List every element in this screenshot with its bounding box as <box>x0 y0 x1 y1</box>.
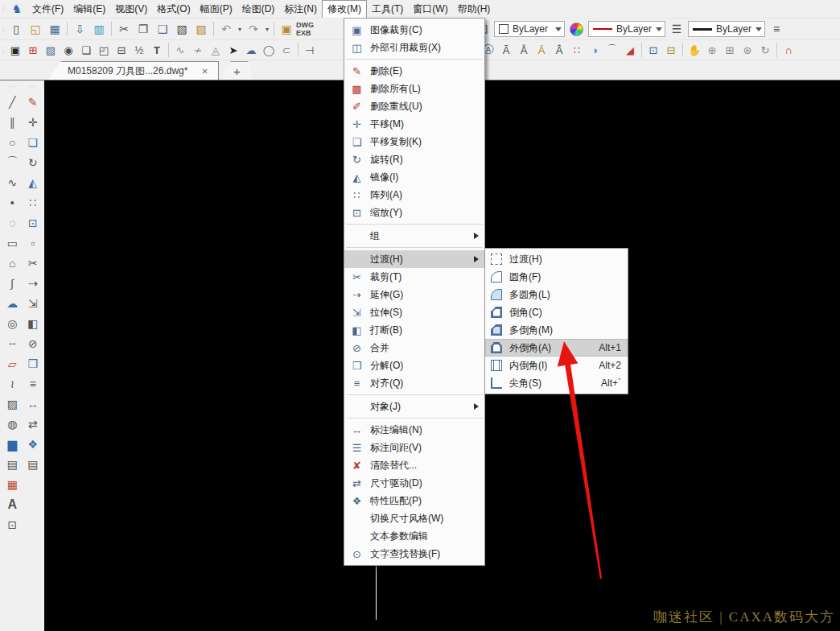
select-filter-icon[interactable]: ▨ <box>42 41 60 59</box>
new-sheet-icon[interactable]: ▤ <box>3 454 22 474</box>
zoom-frame-icon[interactable]: ❏ <box>77 41 95 59</box>
menu-item-xref-crop[interactable]: ◫ 外部引用裁剪(X) <box>344 39 484 56</box>
pan-hand-icon[interactable]: ✋ <box>686 41 703 59</box>
ellipse-tool-icon[interactable]: ◌ <box>3 212 22 233</box>
menu-file[interactable]: 文件(F) <box>27 0 68 18</box>
menu-item-move-copy[interactable]: ❏ 平移复制(K) <box>344 133 484 151</box>
menu-tools[interactable]: 工具(T) <box>367 0 408 18</box>
close-icon[interactable]: × <box>199 65 210 77</box>
array-tool-icon[interactable]: ∷ <box>23 192 42 212</box>
redo-dropdown-icon[interactable]: ▾ <box>263 20 271 38</box>
menu-item-stretch[interactable]: ⇲ 拉伸(S) <box>344 303 484 321</box>
parallel-line-icon[interactable]: ∥ <box>3 112 22 132</box>
linetype-manager-icon[interactable]: ☰ <box>667 20 686 38</box>
menu-item-rotate[interactable]: ↻ 旋转(R) <box>344 151 484 168</box>
trim-tool-icon[interactable]: ✂ <box>23 253 42 273</box>
scale-tool-icon[interactable]: ⊡ <box>23 212 42 233</box>
menu-item-text-param-edit[interactable]: 文本参数编辑 <box>344 527 484 545</box>
menu-draw[interactable]: 绘图(D) <box>237 0 280 18</box>
circle-3p-tool-icon[interactable]: ◎ <box>3 313 22 333</box>
menu-item-switch-dim-style[interactable]: 切换尺寸风格(W) <box>344 509 484 527</box>
move-tool-icon[interactable]: ✛ <box>23 112 42 132</box>
menu-view[interactable]: 视图(V) <box>110 0 152 18</box>
table-insert-icon[interactable]: ▦ <box>3 474 22 494</box>
break-tool-icon[interactable]: ◧ <box>23 313 42 333</box>
new-tab-button[interactable]: + <box>220 61 253 80</box>
line-tool-icon[interactable]: ╱ <box>3 92 22 112</box>
menu-item-erase-all[interactable]: ▩ 删除所有(L) <box>344 80 484 97</box>
hatch-tool-icon[interactable]: ▨ <box>3 394 22 414</box>
polygon-tool-icon[interactable]: ⌂ <box>3 253 22 273</box>
toolbar-grip[interactable]: ⋮ <box>0 47 6 54</box>
arc-text-icon[interactable]: ⌒ <box>603 41 621 59</box>
menu-item-join[interactable]: ⊘ 合并 <box>344 339 484 357</box>
lens-icon[interactable]: ◯ <box>260 41 278 59</box>
erase-tool-icon[interactable]: ✎ <box>23 92 42 112</box>
lineweight-select[interactable]: ByLayer <box>688 21 765 37</box>
mirror-tool-icon[interactable]: ◭ <box>23 172 42 192</box>
save-icon[interactable]: ▦ <box>45 20 64 38</box>
menu-modify[interactable]: 修改(M) <box>322 0 367 18</box>
print-icon[interactable]: ▥ <box>89 20 109 38</box>
menu-item-extend[interactable]: ⇢ 延伸(G) <box>344 286 484 303</box>
cut-icon[interactable]: ✂ <box>114 20 134 38</box>
point-tool-icon[interactable]: • <box>3 192 22 212</box>
select-add-icon[interactable]: ⊞ <box>24 41 42 59</box>
menu-window[interactable]: 窗口(W) <box>408 0 452 18</box>
select-visible-icon[interactable]: ◉ <box>60 41 77 59</box>
rotate-tool-icon[interactable]: ↻ <box>23 152 42 172</box>
undo-icon[interactable]: ↶ <box>216 20 236 38</box>
document-tab[interactable]: M0158209 刀具图...26.dwg* × <box>48 61 219 80</box>
circle-tool-icon[interactable]: ○ <box>3 132 22 152</box>
menu-format[interactable]: 格式(O) <box>152 0 195 18</box>
measure-ruler-icon[interactable]: ⊟ <box>662 41 680 59</box>
paste-icon[interactable]: ▧ <box>172 20 191 38</box>
menu-item-move[interactable]: ✛ 平移(M) <box>344 115 484 133</box>
display-monitor-icon[interactable]: ⊡ <box>644 41 662 59</box>
revision-cloud-icon[interactable]: ☁ <box>242 41 260 59</box>
stretch-tool-icon[interactable]: ⇲ <box>23 293 42 313</box>
dim-drive-tool-icon[interactable]: ⇄ <box>23 414 42 434</box>
menu-item-clear-override[interactable]: ✘ 清除替代... <box>344 456 484 474</box>
menu-item-group[interactable]: 组 <box>344 227 484 245</box>
snap-magnet-icon[interactable]: ∩ <box>780 41 797 59</box>
fraction-style-icon[interactable]: ½ <box>130 41 148 59</box>
paste-special-icon[interactable]: ▨ <box>191 20 211 38</box>
polyline-tool-icon[interactable]: ∫ <box>3 273 22 293</box>
gdt-symbol-icon[interactable]: ◑ <box>586 41 603 59</box>
toolbar-grip[interactable]: ···· <box>9 84 16 92</box>
region-tool-icon[interactable]: ◍ <box>3 414 22 434</box>
wave-line-icon[interactable]: ∿ <box>171 41 189 59</box>
text-edit-icon[interactable]: Ä <box>533 41 550 59</box>
datum-symbol-icon[interactable]: Â <box>550 41 568 59</box>
plot-seal-icon[interactable]: ▣ <box>277 20 296 38</box>
dwg-exb-convert-icon[interactable]: DWG EXB <box>296 20 315 38</box>
menu-dimension[interactable]: 标注(N) <box>279 0 322 18</box>
zoom-all-icon[interactable]: ⊛ <box>739 41 756 59</box>
curve-fit-icon[interactable]: ≀ <box>3 373 22 394</box>
menu-edit[interactable]: 编辑(E) <box>68 0 110 18</box>
copy-with-basepoint-icon[interactable]: ❑ <box>153 20 172 38</box>
move-copy-tool-icon[interactable]: ❏ <box>23 132 42 152</box>
arc-tool-icon[interactable]: ⌒ <box>3 152 22 172</box>
menu-item-image-crop[interactable]: ▣ 图像裁剪(C) <box>344 21 484 39</box>
color-select[interactable]: ByLayer <box>494 21 565 37</box>
slope-mark-icon[interactable]: ◢ <box>621 41 639 59</box>
stamp-tool-icon[interactable]: ▤ <box>23 454 42 474</box>
mirror-axis-icon[interactable]: ◬ <box>207 41 224 59</box>
menu-item-erase[interactable]: ✎ 删除(E) <box>344 62 484 80</box>
menu-help[interactable]: 帮助(H) <box>453 0 496 18</box>
menu-item-object[interactable]: 对象(J) <box>344 398 484 415</box>
menu-item-match-properties[interactable]: ❖ 特性匹配(P) <box>344 492 484 509</box>
menu-item-transition[interactable]: 过渡(H) <box>344 250 484 268</box>
text-a-icon[interactable]: A <box>3 494 22 514</box>
pointer-icon[interactable]: ➤ <box>224 41 242 59</box>
undo-dropdown-icon[interactable]: ▾ <box>236 20 244 38</box>
text-move-icon[interactable]: Å <box>515 41 533 59</box>
submenu-item-multi-chamfer[interactable]: 多倒角(M) <box>485 321 628 339</box>
match-properties-tool-icon[interactable]: ❖ <box>23 434 42 454</box>
toolbar-grip[interactable]: ···· <box>29 84 36 92</box>
submenu-item-outer-chamfer[interactable]: 外倒角(A) Alt+1 <box>485 339 628 357</box>
lineweight-settings-icon[interactable]: ≡ <box>767 20 786 38</box>
menu-item-trim[interactable]: ✂ 裁剪(T) <box>344 268 484 286</box>
